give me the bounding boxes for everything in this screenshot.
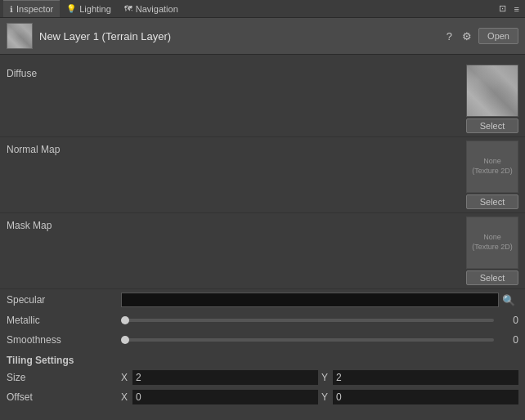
smoothness-label: Smoothness [7, 334, 121, 346]
inspector-content: Diffuse Select Normal Map None(Texture 2… [0, 55, 525, 413]
offset-x-field: X [121, 390, 318, 404]
offset-y-field: Y [321, 390, 518, 404]
specular-row: Specular 🔍 [0, 289, 525, 311]
specular-color-swatch[interactable] [121, 293, 499, 307]
mask-map-texture-preview[interactable]: None(Texture 2D) [466, 217, 518, 269]
offset-fields: X Y [121, 390, 518, 404]
lighting-icon: 💡 [66, 4, 76, 13]
metallic-label: Metallic [7, 315, 121, 326]
mask-map-label: Mask Map [7, 217, 121, 231]
tab-lighting[interactable]: 💡 Lighting [60, 0, 118, 17]
diffuse-label: Diffuse [7, 65, 121, 79]
normal-map-label: Normal Map [7, 141, 121, 155]
size-fields: X Y [121, 370, 518, 385]
metallic-row: Metallic 0 [0, 311, 525, 330]
diffuse-texture-slot: Select [466, 65, 518, 133]
size-x-field: X [121, 370, 318, 385]
tab-inspector-label: Inspector [16, 4, 53, 14]
tab-inspector[interactable]: ℹ Inspector [3, 0, 60, 17]
settings-button[interactable]: ⚙ [459, 28, 475, 44]
smoothness-value: 0 [499, 334, 518, 346]
metallic-slider[interactable] [121, 319, 494, 322]
eyedropper-button[interactable]: 🔍 [499, 294, 518, 306]
offset-x-axis-label: X [121, 391, 131, 403]
diffuse-select-button[interactable]: Select [466, 118, 518, 133]
mask-map-row: Mask Map None(Texture 2D) Select [0, 213, 525, 289]
smoothness-row: Smoothness 0 [0, 330, 525, 350]
mask-map-none-text: None(Texture 2D) [472, 233, 513, 252]
tab-lighting-label: Lighting [79, 4, 111, 14]
offset-y-input[interactable] [333, 390, 518, 404]
diffuse-texture-preview[interactable] [466, 65, 518, 117]
header-actions: ? ⚙ Open [443, 28, 518, 44]
specular-label: Specular [7, 294, 121, 306]
normal-map-texture-slot: None(Texture 2D) Select [466, 141, 518, 209]
tab-actions: ⊡ ≡ [496, 3, 522, 14]
metallic-value: 0 [499, 315, 518, 326]
tab-navigation[interactable]: 🗺 Navigation [118, 0, 185, 17]
size-y-field: Y [321, 370, 518, 385]
layer-header: New Layer 1 (Terrain Layer) ? ⚙ Open [0, 18, 525, 55]
layer-title: New Layer 1 (Terrain Layer) [39, 30, 437, 42]
offset-y-axis-label: Y [321, 391, 331, 403]
normal-map-texture-preview[interactable]: None(Texture 2D) [466, 141, 518, 193]
size-y-axis-label: Y [321, 372, 331, 383]
offset-x-input[interactable] [132, 390, 318, 404]
size-row: Size X Y [0, 368, 525, 387]
size-x-axis-label: X [121, 372, 131, 383]
normal-map-select-button[interactable]: Select [466, 194, 518, 209]
tab-bar: ℹ Inspector 💡 Lighting 🗺 Navigation ⊡ ≡ [0, 0, 525, 18]
mask-map-select-button[interactable]: Select [466, 270, 518, 285]
inspector-icon: ℹ [10, 5, 13, 14]
mask-map-texture-slot: None(Texture 2D) Select [466, 217, 518, 285]
offset-label: Offset [7, 391, 121, 403]
size-label: Size [7, 372, 121, 383]
diffuse-row: Diffuse Select [0, 61, 525, 137]
size-x-input[interactable] [132, 370, 318, 385]
metallic-slider-container: 0 [121, 315, 518, 326]
smoothness-slider-container: 0 [121, 334, 518, 346]
smoothness-slider[interactable] [121, 338, 494, 342]
offset-row: Offset X Y [0, 387, 525, 407]
tiling-settings-label: Tiling Settings [7, 355, 74, 366]
normal-map-row: Normal Map None(Texture 2D) Select [0, 137, 525, 213]
tiling-settings-section: Tiling Settings [0, 350, 525, 368]
open-button[interactable]: Open [478, 28, 518, 44]
navigation-icon: 🗺 [124, 4, 132, 13]
menu-button[interactable]: ≡ [512, 3, 522, 14]
layer-thumbnail [7, 23, 33, 49]
maximize-button[interactable]: ⊡ [496, 3, 509, 14]
size-y-input[interactable] [333, 370, 518, 385]
tab-navigation-label: Navigation [136, 4, 178, 14]
help-button[interactable]: ? [443, 28, 455, 44]
normal-map-none-text: None(Texture 2D) [472, 157, 513, 176]
